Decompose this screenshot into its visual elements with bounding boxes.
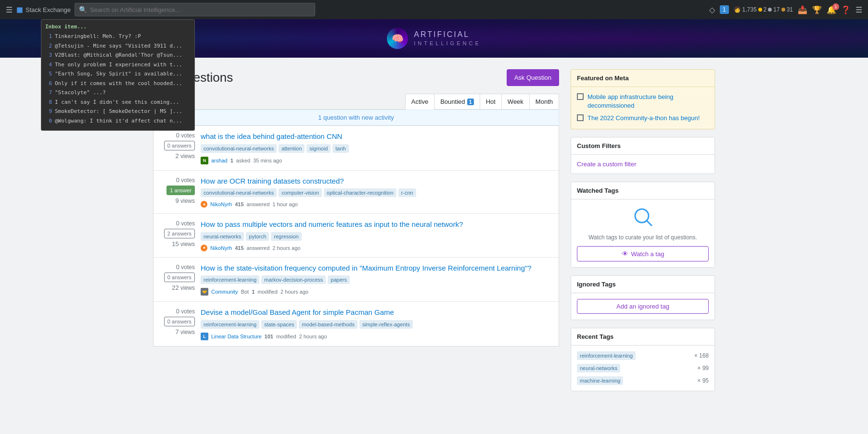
username[interactable]: NikoNyrh (210, 201, 232, 207)
question-title[interactable]: How to pass multiple vectors and numeric… (201, 220, 551, 229)
tag[interactable]: simple-reflex-agents (359, 320, 413, 329)
widget-header: Featured on Meta (571, 70, 715, 87)
list-item: 3 V2Blast: @Mithical @Randal'Thor @Tsun.… (45, 51, 191, 60)
help-icon[interactable]: ❓ (841, 5, 851, 14)
tag[interactable]: convolutional-neural-networks (201, 144, 277, 153)
list-item: 4 The only problem I experienced with t.… (45, 61, 191, 69)
widget-header: Ignored Tags (571, 276, 715, 293)
brand-name: Stack Exchange (26, 6, 71, 13)
table-row: 0 votes 0 answers 2 views what is the id… (153, 126, 559, 171)
question-meta: L Linear Data Structure 101 modified 2 h… (201, 333, 551, 340)
answer-count-box: 0 answers (164, 273, 195, 282)
tag[interactable]: computer-vision (279, 188, 322, 197)
meta-link[interactable]: The 2022 Community-a-thon has begun! (587, 114, 700, 123)
user-rep: 415 (235, 245, 243, 251)
tag[interactable]: markov-decision-process (261, 275, 326, 284)
meta-link[interactable]: Mobile app infrastructure being decommis… (587, 93, 709, 110)
tag[interactable]: reinforcement-learning (201, 275, 259, 284)
answer-count-box: 0 answers (164, 141, 195, 150)
username[interactable]: Linear Data Structure (211, 334, 262, 339)
tab-bountied[interactable]: Bountied 1 (434, 94, 480, 109)
vote-count: 0 votes (176, 176, 195, 184)
tab-active[interactable]: Active (405, 94, 434, 110)
view-count: 7 views (175, 328, 195, 335)
avatar: 🤝 (201, 288, 208, 296)
view-count: 9 views (175, 197, 195, 204)
notifications-icon[interactable]: 🔔 1 (827, 5, 836, 14)
list-item: 8 I can't say I didn't see this coming..… (45, 99, 191, 107)
create-custom-filter-link[interactable]: Create a custom filter (577, 161, 637, 168)
watched-tags-widget: Watched Tags Watch tags to curate your l… (571, 182, 715, 268)
ask-question-button[interactable]: Ask Question (507, 69, 559, 86)
achievements-trophy-icon[interactable]: 🏆 (812, 5, 822, 14)
question-meta: ★ NikoNyrh 415 answered 1 hour ago (201, 201, 551, 208)
question-stats: 0 votes 1 answer 9 views (161, 176, 195, 208)
list-item: neural-networks × 99 (577, 364, 709, 372)
top-navigation: ☰ ▦ Stack Exchange 🔍 ◇ 1 🧑 1,735 2 17 31… (0, 0, 868, 19)
new-activity-bar[interactable]: 1 question with new activity (153, 110, 559, 125)
tag[interactable]: r-cnn (398, 188, 416, 197)
gold-badge-dot (758, 8, 762, 12)
question-title[interactable]: How is the state-visitation frequency co… (201, 263, 551, 273)
username[interactable]: arshad (211, 158, 228, 163)
widget-body: Create a custom filter (571, 155, 715, 174)
user-rep: 1 (252, 289, 255, 295)
widget-body: reinforcement-learning × 168 neural-netw… (571, 346, 715, 391)
watch-tags-description: Watch tags to curate your list of questi… (577, 234, 709, 242)
achievements-icon[interactable]: ◇ (709, 5, 715, 14)
search-icon: 🔍 (79, 6, 87, 13)
question-tags: reinforcement-learning markov-decision-p… (201, 275, 551, 284)
widget-header: Watched Tags (571, 182, 715, 199)
tag[interactable]: tanh (332, 144, 348, 153)
watch-tag-button[interactable]: 👁 Watch a tag (577, 246, 709, 261)
tag[interactable]: reinforcement-learning (201, 320, 259, 329)
widget-body: Add an ignored tag (571, 293, 715, 320)
add-ignored-tag-button[interactable]: Add an ignored tag (577, 299, 709, 314)
tag[interactable]: model-based-methods (299, 320, 357, 329)
list-item: Mobile app infrastructure being decommis… (577, 93, 709, 110)
sidebar: Featured on Meta Mobile app infrastructu… (571, 69, 715, 399)
list-item: 1 Tinkeringbell: Meh. Try? :P (45, 33, 191, 41)
tag[interactable]: optical-character-recognition (324, 188, 396, 197)
answer-count-box: 1 answer (166, 186, 195, 195)
question-title[interactable]: what is the idea behind gated-attention … (201, 132, 551, 141)
search-bar[interactable]: 🔍 (75, 3, 315, 16)
tag[interactable]: machine-learning (577, 376, 623, 385)
tag[interactable]: sigmoid (306, 144, 331, 153)
tab-month[interactable]: Month (529, 94, 559, 109)
tab-hot[interactable]: Hot (480, 94, 502, 109)
question-meta: 🤝 Community Bot 1 modified 2 hours ago (201, 288, 551, 296)
tag-count: × 95 (697, 377, 709, 384)
inbox-overlay: Inbox item... 1 Tinkeringbell: Meh. Try?… (41, 19, 195, 131)
avatar-icon[interactable]: 🧑 (734, 6, 741, 13)
tag[interactable]: papers (328, 275, 350, 284)
tag[interactable]: neural-networks (577, 364, 620, 372)
notification-count: 1 (832, 3, 839, 10)
tag[interactable]: state-spaces (261, 320, 297, 329)
hamburger-menu[interactable]: ☰ (6, 5, 13, 14)
question-stats: 0 votes 2 answers 15 views (161, 220, 195, 251)
site-switcher[interactable]: 1 (720, 5, 729, 14)
tag[interactable]: pytorch (246, 232, 269, 241)
tag[interactable]: regression (271, 232, 301, 241)
username[interactable]: NikoNyrh (210, 245, 232, 251)
question-tags: neural-networks pytorch regression (201, 232, 551, 241)
tag[interactable]: neural-networks (201, 232, 244, 241)
tag[interactable]: convolutional-neural-networks (201, 188, 277, 197)
avatar: N (201, 157, 208, 164)
mod-star-icon: ★ (201, 245, 207, 251)
more-icon[interactable]: ☰ (855, 5, 862, 14)
tag[interactable]: attention (279, 144, 305, 153)
search-input[interactable] (90, 6, 311, 13)
username[interactable]: Community (211, 289, 238, 295)
question-title[interactable]: How are OCR training datasets constructe… (201, 176, 551, 186)
tag[interactable]: reinforcement-learning (577, 351, 636, 360)
custom-filters-widget: Custom Filters Create a custom filter (571, 137, 715, 174)
stack-exchange-brand[interactable]: ▦ Stack Exchange (16, 6, 71, 13)
question-title[interactable]: Devise a model/Goal Based Agent for simp… (201, 308, 551, 317)
question-stats: 0 votes 0 answers 22 views (161, 263, 195, 296)
tab-week[interactable]: Week (501, 94, 530, 109)
inbox-icon[interactable]: 📥 (798, 5, 807, 14)
view-count: 22 views (172, 284, 195, 291)
ignored-tags-widget: Ignored Tags Add an ignored tag (571, 275, 715, 320)
